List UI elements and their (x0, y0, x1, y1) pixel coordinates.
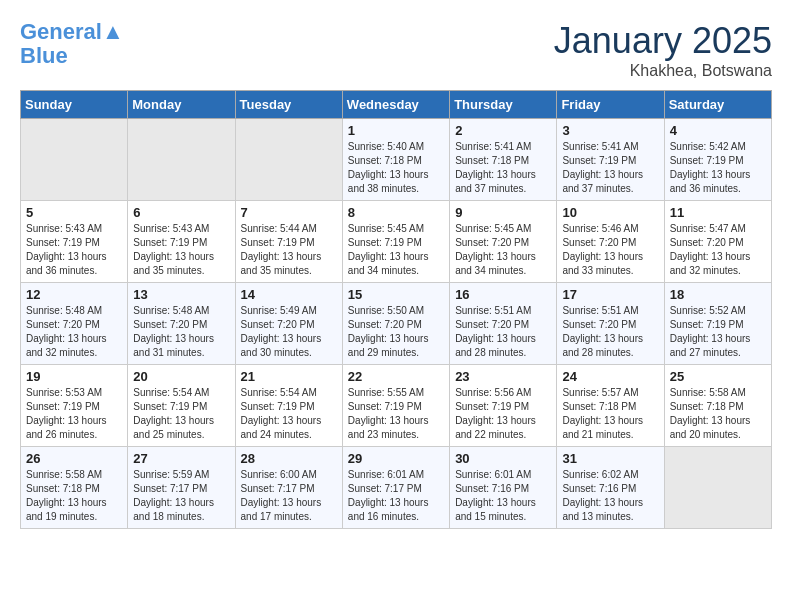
calendar-cell (128, 119, 235, 201)
day-info: Sunrise: 6:01 AM Sunset: 7:17 PM Dayligh… (348, 468, 444, 524)
day-info: Sunrise: 5:58 AM Sunset: 7:18 PM Dayligh… (670, 386, 766, 442)
calendar-cell: 5Sunrise: 5:43 AM Sunset: 7:19 PM Daylig… (21, 201, 128, 283)
day-number: 2 (455, 123, 551, 138)
day-info: Sunrise: 5:43 AM Sunset: 7:19 PM Dayligh… (133, 222, 229, 278)
calendar-cell: 17Sunrise: 5:51 AM Sunset: 7:20 PM Dayli… (557, 283, 664, 365)
day-info: Sunrise: 6:01 AM Sunset: 7:16 PM Dayligh… (455, 468, 551, 524)
calendar-week-row: 1Sunrise: 5:40 AM Sunset: 7:18 PM Daylig… (21, 119, 772, 201)
logo-text: General▲ (20, 20, 124, 44)
day-info: Sunrise: 5:42 AM Sunset: 7:19 PM Dayligh… (670, 140, 766, 196)
day-info: Sunrise: 5:55 AM Sunset: 7:19 PM Dayligh… (348, 386, 444, 442)
day-info: Sunrise: 5:45 AM Sunset: 7:19 PM Dayligh… (348, 222, 444, 278)
calendar-week-row: 12Sunrise: 5:48 AM Sunset: 7:20 PM Dayli… (21, 283, 772, 365)
day-info: Sunrise: 5:58 AM Sunset: 7:18 PM Dayligh… (26, 468, 122, 524)
day-info: Sunrise: 5:50 AM Sunset: 7:20 PM Dayligh… (348, 304, 444, 360)
day-info: Sunrise: 5:57 AM Sunset: 7:18 PM Dayligh… (562, 386, 658, 442)
weekday-header: Tuesday (235, 91, 342, 119)
day-number: 5 (26, 205, 122, 220)
day-number: 29 (348, 451, 444, 466)
day-info: Sunrise: 5:52 AM Sunset: 7:19 PM Dayligh… (670, 304, 766, 360)
page-header: General▲ Blue January 2025 Khakhea, Bots… (20, 20, 772, 80)
day-info: Sunrise: 5:47 AM Sunset: 7:20 PM Dayligh… (670, 222, 766, 278)
calendar-cell: 10Sunrise: 5:46 AM Sunset: 7:20 PM Dayli… (557, 201, 664, 283)
day-number: 31 (562, 451, 658, 466)
day-number: 4 (670, 123, 766, 138)
day-info: Sunrise: 5:51 AM Sunset: 7:20 PM Dayligh… (455, 304, 551, 360)
calendar-cell: 19Sunrise: 5:53 AM Sunset: 7:19 PM Dayli… (21, 365, 128, 447)
calendar-cell: 24Sunrise: 5:57 AM Sunset: 7:18 PM Dayli… (557, 365, 664, 447)
day-info: Sunrise: 5:43 AM Sunset: 7:19 PM Dayligh… (26, 222, 122, 278)
calendar-cell: 16Sunrise: 5:51 AM Sunset: 7:20 PM Dayli… (450, 283, 557, 365)
calendar-cell: 14Sunrise: 5:49 AM Sunset: 7:20 PM Dayli… (235, 283, 342, 365)
calendar-cell: 29Sunrise: 6:01 AM Sunset: 7:17 PM Dayli… (342, 447, 449, 529)
day-number: 10 (562, 205, 658, 220)
calendar-cell: 26Sunrise: 5:58 AM Sunset: 7:18 PM Dayli… (21, 447, 128, 529)
day-info: Sunrise: 5:56 AM Sunset: 7:19 PM Dayligh… (455, 386, 551, 442)
weekday-header: Thursday (450, 91, 557, 119)
calendar-cell: 9Sunrise: 5:45 AM Sunset: 7:20 PM Daylig… (450, 201, 557, 283)
calendar-cell: 6Sunrise: 5:43 AM Sunset: 7:19 PM Daylig… (128, 201, 235, 283)
weekday-header-row: SundayMondayTuesdayWednesdayThursdayFrid… (21, 91, 772, 119)
day-info: Sunrise: 5:40 AM Sunset: 7:18 PM Dayligh… (348, 140, 444, 196)
title-block: January 2025 Khakhea, Botswana (554, 20, 772, 80)
day-number: 6 (133, 205, 229, 220)
calendar-cell: 20Sunrise: 5:54 AM Sunset: 7:19 PM Dayli… (128, 365, 235, 447)
calendar-cell: 21Sunrise: 5:54 AM Sunset: 7:19 PM Dayli… (235, 365, 342, 447)
calendar-week-row: 5Sunrise: 5:43 AM Sunset: 7:19 PM Daylig… (21, 201, 772, 283)
calendar-cell: 12Sunrise: 5:48 AM Sunset: 7:20 PM Dayli… (21, 283, 128, 365)
day-number: 30 (455, 451, 551, 466)
day-number: 28 (241, 451, 337, 466)
day-number: 23 (455, 369, 551, 384)
day-info: Sunrise: 5:48 AM Sunset: 7:20 PM Dayligh… (133, 304, 229, 360)
weekday-header: Wednesday (342, 91, 449, 119)
calendar-cell: 7Sunrise: 5:44 AM Sunset: 7:19 PM Daylig… (235, 201, 342, 283)
day-number: 16 (455, 287, 551, 302)
day-info: Sunrise: 5:59 AM Sunset: 7:17 PM Dayligh… (133, 468, 229, 524)
calendar-cell: 23Sunrise: 5:56 AM Sunset: 7:19 PM Dayli… (450, 365, 557, 447)
month-title: January 2025 (554, 20, 772, 62)
day-number: 1 (348, 123, 444, 138)
day-info: Sunrise: 5:44 AM Sunset: 7:19 PM Dayligh… (241, 222, 337, 278)
location: Khakhea, Botswana (554, 62, 772, 80)
day-info: Sunrise: 5:53 AM Sunset: 7:19 PM Dayligh… (26, 386, 122, 442)
calendar-cell: 11Sunrise: 5:47 AM Sunset: 7:20 PM Dayli… (664, 201, 771, 283)
weekday-header: Friday (557, 91, 664, 119)
day-number: 14 (241, 287, 337, 302)
day-info: Sunrise: 5:54 AM Sunset: 7:19 PM Dayligh… (241, 386, 337, 442)
calendar-cell: 1Sunrise: 5:40 AM Sunset: 7:18 PM Daylig… (342, 119, 449, 201)
day-number: 25 (670, 369, 766, 384)
day-number: 24 (562, 369, 658, 384)
calendar-cell: 13Sunrise: 5:48 AM Sunset: 7:20 PM Dayli… (128, 283, 235, 365)
day-info: Sunrise: 5:41 AM Sunset: 7:19 PM Dayligh… (562, 140, 658, 196)
calendar-cell: 15Sunrise: 5:50 AM Sunset: 7:20 PM Dayli… (342, 283, 449, 365)
calendar-cell (664, 447, 771, 529)
day-number: 26 (26, 451, 122, 466)
calendar-table: SundayMondayTuesdayWednesdayThursdayFrid… (20, 90, 772, 529)
day-info: Sunrise: 5:48 AM Sunset: 7:20 PM Dayligh… (26, 304, 122, 360)
calendar-cell: 22Sunrise: 5:55 AM Sunset: 7:19 PM Dayli… (342, 365, 449, 447)
day-number: 27 (133, 451, 229, 466)
calendar-cell (235, 119, 342, 201)
day-number: 7 (241, 205, 337, 220)
day-number: 13 (133, 287, 229, 302)
day-number: 21 (241, 369, 337, 384)
day-number: 15 (348, 287, 444, 302)
day-info: Sunrise: 5:41 AM Sunset: 7:18 PM Dayligh… (455, 140, 551, 196)
calendar-cell: 31Sunrise: 6:02 AM Sunset: 7:16 PM Dayli… (557, 447, 664, 529)
day-info: Sunrise: 5:51 AM Sunset: 7:20 PM Dayligh… (562, 304, 658, 360)
day-info: Sunrise: 5:54 AM Sunset: 7:19 PM Dayligh… (133, 386, 229, 442)
calendar-cell: 8Sunrise: 5:45 AM Sunset: 7:19 PM Daylig… (342, 201, 449, 283)
day-number: 8 (348, 205, 444, 220)
calendar-cell: 2Sunrise: 5:41 AM Sunset: 7:18 PM Daylig… (450, 119, 557, 201)
day-number: 18 (670, 287, 766, 302)
day-number: 17 (562, 287, 658, 302)
calendar-cell (21, 119, 128, 201)
calendar-cell: 18Sunrise: 5:52 AM Sunset: 7:19 PM Dayli… (664, 283, 771, 365)
calendar-week-row: 26Sunrise: 5:58 AM Sunset: 7:18 PM Dayli… (21, 447, 772, 529)
day-number: 20 (133, 369, 229, 384)
day-info: Sunrise: 5:45 AM Sunset: 7:20 PM Dayligh… (455, 222, 551, 278)
calendar-cell: 28Sunrise: 6:00 AM Sunset: 7:17 PM Dayli… (235, 447, 342, 529)
day-info: Sunrise: 6:00 AM Sunset: 7:17 PM Dayligh… (241, 468, 337, 524)
calendar-cell: 4Sunrise: 5:42 AM Sunset: 7:19 PM Daylig… (664, 119, 771, 201)
day-info: Sunrise: 6:02 AM Sunset: 7:16 PM Dayligh… (562, 468, 658, 524)
